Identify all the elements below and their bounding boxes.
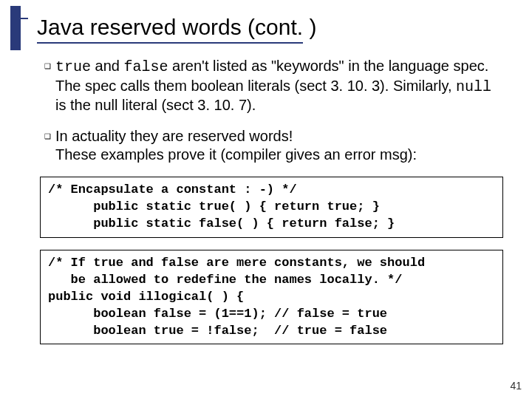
code-block: /* Encapsulate a constant : -) */ public… <box>40 177 503 238</box>
bullet-item: ❑ In actuality they are reserved words! … <box>44 127 506 165</box>
slide-body: Java reserved words (cont. ) ❑ true and … <box>0 0 532 399</box>
slide-title: Java reserved words (cont. ) <box>37 15 506 39</box>
page-number: 41 <box>510 380 522 392</box>
code-block: /* If true and false are mere constants,… <box>40 250 503 345</box>
bullet-item: ❑ true and false aren't listed as "keywo… <box>44 57 506 115</box>
bullet-text: true and false aren't listed as "keyword… <box>55 57 506 115</box>
title-underline <box>37 42 303 44</box>
bullet-marker-icon: ❑ <box>44 62 51 72</box>
title-block: Java reserved words (cont. ) <box>37 15 506 44</box>
corner-tick-v <box>19 6 21 19</box>
bullet-text: In actuality they are reserved words! Th… <box>55 127 506 165</box>
bullet-marker-icon: ❑ <box>44 132 51 142</box>
